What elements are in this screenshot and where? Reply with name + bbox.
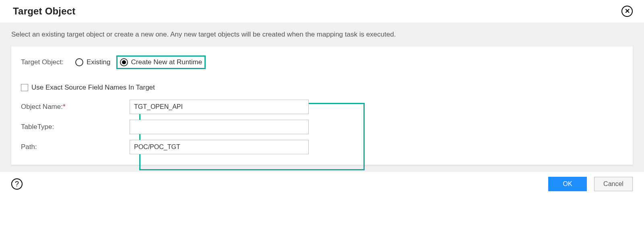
main-panel: Target Object: Existing Create New at Ru… <box>11 47 633 165</box>
help-icon: ? <box>15 180 19 188</box>
highlight-create-new: Create New at Runtime <box>116 55 206 69</box>
object-name-label-text: Object Name: <box>21 103 63 110</box>
object-name-input-area <box>130 100 353 114</box>
table-type-label: TableType: <box>21 123 130 131</box>
help-button[interactable]: ? <box>11 178 23 190</box>
use-exact-label: Use Exact Source Field Names In Target <box>31 84 155 92</box>
dialog-footer: ? OK Cancel <box>0 172 644 191</box>
required-asterisk: * <box>63 103 66 110</box>
cancel-button[interactable]: Cancel <box>594 177 633 191</box>
path-input[interactable] <box>130 140 309 154</box>
close-icon: ✕ <box>625 8 630 14</box>
object-name-row: Object Name:* <box>21 100 623 114</box>
target-object-dialog: Target Object ✕ Select an existing targe… <box>0 0 644 227</box>
radio-existing-label: Existing <box>87 58 111 66</box>
table-type-input[interactable] <box>130 120 309 134</box>
object-name-label: Object Name:* <box>21 103 130 111</box>
dialog-header: Target Object ✕ <box>0 0 644 22</box>
spacer <box>21 69 623 84</box>
radio-icon <box>120 58 128 66</box>
dialog-body: Select an existing target object or crea… <box>0 22 644 172</box>
dialog-title: Target Object <box>13 6 76 17</box>
target-object-label: Target Object: <box>21 58 75 66</box>
radio-existing[interactable]: Existing <box>75 58 111 66</box>
use-exact-row: Use Exact Source Field Names In Target <box>21 84 623 92</box>
path-row: Path: <box>21 140 623 154</box>
radio-icon <box>75 58 83 66</box>
target-object-radio-group: Existing Create New at Runtime <box>75 55 206 69</box>
path-label: Path: <box>21 143 130 151</box>
path-input-area <box>130 140 353 154</box>
target-object-row: Target Object: Existing Create New at Ru… <box>21 55 623 69</box>
close-button[interactable]: ✕ <box>621 6 633 17</box>
table-type-row: TableType: <box>21 120 623 134</box>
table-type-input-area <box>130 120 353 134</box>
radio-selected-dot <box>122 60 126 64</box>
footer-actions: OK Cancel <box>548 177 633 191</box>
dialog-instruction: Select an existing target object or crea… <box>11 31 633 39</box>
radio-create-new-label: Create New at Runtime <box>131 58 202 66</box>
object-name-input[interactable] <box>130 100 309 114</box>
radio-create-new[interactable]: Create New at Runtime <box>120 58 202 66</box>
ok-button[interactable]: OK <box>548 177 587 191</box>
use-exact-checkbox[interactable] <box>21 84 28 91</box>
